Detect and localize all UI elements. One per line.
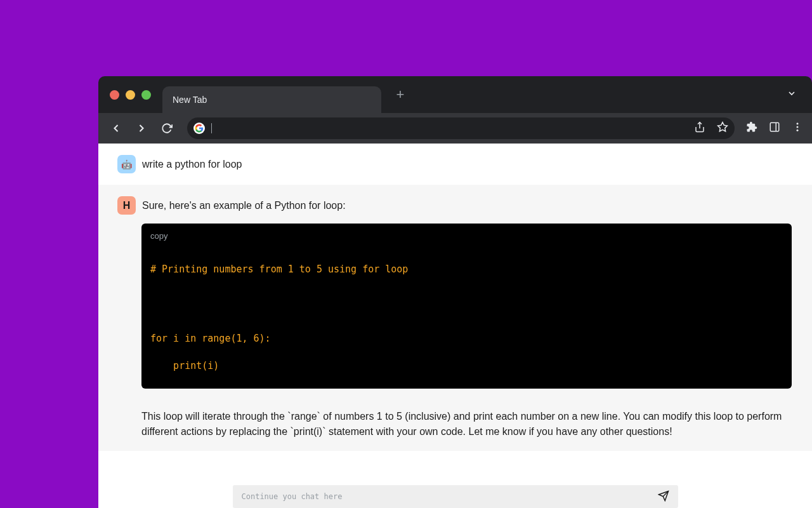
assistant-avatar: H [117, 196, 136, 215]
toolbar [98, 113, 812, 144]
chat-input-bar: Continue you chat here [98, 481, 812, 508]
close-window-button[interactable] [110, 90, 119, 100]
code-content: # Printing numbers from 1 to 5 using for… [150, 263, 783, 373]
svg-rect-2 [770, 123, 779, 131]
send-icon[interactable] [658, 490, 669, 504]
back-button[interactable] [107, 119, 125, 137]
chat-input-placeholder: Continue you chat here [242, 492, 658, 501]
user-avatar [117, 155, 136, 173]
page-content: write a python for loop H Sure, here's a… [98, 144, 812, 508]
side-panel-icon[interactable] [769, 121, 780, 135]
svg-point-6 [797, 130, 799, 131]
user-message-text: write a python for loop [142, 155, 242, 171]
tab-title: New Tab [173, 95, 207, 105]
copy-code-button[interactable]: copy [150, 231, 167, 241]
assistant-intro-text: Sure, here's an example of a Python for … [142, 196, 346, 213]
chat-input[interactable]: Continue you chat here [233, 485, 678, 508]
tabs-menu-button[interactable] [787, 88, 797, 101]
browser-window: New Tab + [98, 76, 812, 508]
tab-bar: New Tab + [98, 76, 812, 113]
menu-icon[interactable] [792, 121, 803, 135]
address-bar[interactable] [187, 117, 735, 139]
assistant-message-block: H Sure, here's an example of a Python fo… [98, 185, 812, 451]
bookmark-icon[interactable] [717, 121, 728, 135]
google-icon [193, 123, 205, 134]
user-message-row: write a python for loop [98, 144, 812, 185]
forward-button[interactable] [133, 119, 150, 137]
assistant-explanation-text: This loop will iterate through the `rang… [98, 391, 812, 439]
svg-point-4 [797, 123, 799, 124]
minimize-window-button[interactable] [126, 90, 135, 100]
assistant-message-row: H Sure, here's an example of a Python fo… [98, 185, 812, 215]
new-tab-button[interactable]: + [390, 84, 410, 105]
maximize-window-button[interactable] [141, 90, 151, 100]
svg-point-5 [797, 126, 799, 128]
share-icon[interactable] [694, 121, 705, 135]
code-block-container: copy # Printing numbers from 1 to 5 usin… [141, 224, 792, 389]
browser-tab[interactable]: New Tab [162, 86, 381, 113]
extensions-icon[interactable] [746, 121, 757, 135]
window-controls [110, 90, 151, 100]
reload-button[interactable] [158, 119, 176, 137]
address-cursor [211, 123, 212, 133]
svg-marker-1 [718, 123, 728, 131]
